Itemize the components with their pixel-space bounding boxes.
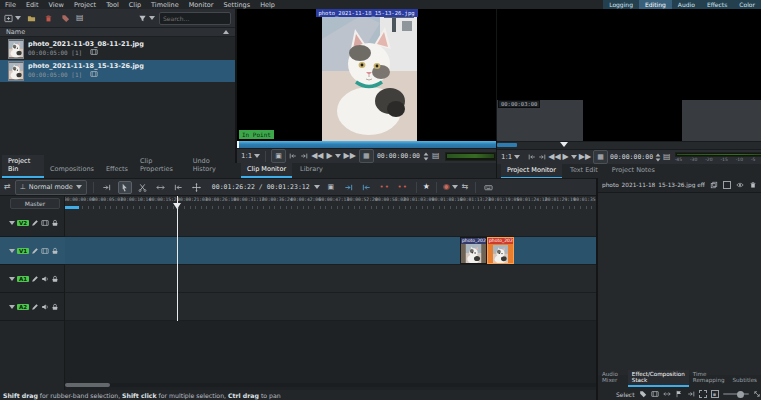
timecode-spinner[interactable]: [423, 152, 429, 161]
menu-file[interactable]: File: [0, 1, 21, 9]
mixer-icon[interactable]: ⇆: [462, 183, 469, 191]
workspace-color[interactable]: Color: [733, 0, 761, 9]
tab-project-bin[interactable]: Project Bin: [2, 155, 44, 178]
track-header-a2[interactable]: A2: [0, 293, 65, 321]
tab-text-edit[interactable]: Text Edit: [564, 164, 604, 179]
filter-button[interactable]: [138, 12, 155, 24]
master-track-button[interactable]: Master: [10, 198, 60, 209]
forward-button[interactable]: ▶▶: [579, 153, 591, 161]
track-header-v2[interactable]: V2: [0, 209, 65, 237]
go-to-zone-start-icon[interactable]: [289, 152, 297, 160]
keyboard-shortcuts-icon[interactable]: [482, 181, 496, 194]
insert-edit-button[interactable]: [342, 181, 356, 194]
workspace-logging[interactable]: Logging: [603, 0, 639, 9]
bin-clip-row-selected[interactable]: photo_2021-11-18_15-13-26.jpg 00:00:05:0…: [0, 60, 235, 82]
timecode-dropdown-icon[interactable]: [314, 185, 320, 189]
tag-filter-icon[interactable]: [639, 390, 647, 398]
lock-icon[interactable]: [51, 219, 59, 227]
go-to-zone-end-icon[interactable]: [538, 153, 546, 161]
track-lane-v2[interactable]: [65, 209, 596, 237]
menu-monitor[interactable]: Monitor: [184, 1, 219, 9]
tab-clip-properties[interactable]: Clip Properties: [134, 155, 187, 178]
show-effect-icon[interactable]: [736, 181, 744, 189]
rewind-button[interactable]: ◀◀: [311, 152, 323, 160]
extract-zone-button[interactable]: ••: [378, 181, 392, 194]
lock-icon[interactable]: [51, 247, 59, 255]
zone-mode-button[interactable]: ▣: [271, 149, 286, 163]
zoom-to-project-icon[interactable]: [699, 390, 707, 398]
forward-button[interactable]: ▶▶: [344, 152, 356, 160]
video-track-icon[interactable]: [41, 219, 49, 227]
tags-button[interactable]: [59, 12, 72, 24]
video-thumbnails-toggle-icon[interactable]: [651, 390, 659, 398]
track-effects-icon[interactable]: [31, 247, 39, 255]
menu-clip[interactable]: Clip: [124, 1, 146, 9]
fit-zoom-icon[interactable]: ▪: [711, 390, 719, 398]
menu-edit[interactable]: Edit: [21, 1, 44, 9]
timeline-horizontal-scrollbar[interactable]: [65, 383, 596, 387]
tab-library[interactable]: Library: [294, 163, 329, 178]
bin-column-header[interactable]: Name: [0, 27, 235, 37]
monitor-menu-icon[interactable]: ▤: [432, 152, 440, 160]
workspace-effects[interactable]: Effects: [701, 0, 733, 9]
workspace-editing[interactable]: Editing: [639, 0, 672, 9]
collapse-track-icon[interactable]: [9, 221, 15, 225]
snap-toggle-icon[interactable]: [687, 390, 695, 398]
lock-icon[interactable]: [51, 275, 59, 283]
clip-monitor-video[interactable]: photo_2021-11-18_15-13-26.jpg In Point: [237, 9, 496, 141]
favorite-effects-icon[interactable]: ★: [423, 183, 430, 191]
menu-tool[interactable]: Tool: [101, 1, 124, 9]
overwrite-edit-button[interactable]: [360, 181, 374, 194]
menu-view[interactable]: View: [43, 1, 68, 9]
multitrack-view-button[interactable]: ▦: [359, 149, 374, 163]
insert-zone-button[interactable]: ▣: [324, 181, 338, 194]
track-target-badge[interactable]: V1: [17, 248, 29, 254]
collapse-track-icon[interactable]: [9, 249, 15, 253]
track-header-a1[interactable]: A1: [0, 265, 65, 293]
project-monitor-timecode[interactable]: 00:00:00:00: [610, 153, 653, 161]
track-target-badge[interactable]: V2: [17, 220, 29, 226]
rewind-button[interactable]: ◀◀: [548, 153, 560, 161]
track-target-badge[interactable]: A1: [17, 276, 29, 282]
tab-effects[interactable]: Effects: [100, 163, 134, 178]
timeline-tracks-area[interactable]: photo_2021-11-03_08-11-21.jpg photo_2021…: [65, 209, 596, 321]
track-effects-icon[interactable]: [31, 303, 39, 311]
audio-track-icon[interactable]: [41, 303, 49, 311]
monitor-menu-icon[interactable]: ▤: [663, 153, 671, 161]
view-mode-icon[interactable]: ▤: [76, 14, 84, 22]
bin-clip-row[interactable]: photo_2021-11-03_08-11-21.jpg 00:00:05:0…: [0, 38, 235, 60]
delete-clip-button[interactable]: [42, 12, 55, 24]
collapse-track-icon[interactable]: [9, 305, 15, 309]
seek-playhead[interactable]: [237, 141, 239, 148]
multitrack-view-button[interactable]: ▦: [593, 150, 608, 164]
audio-track-icon[interactable]: [41, 275, 49, 283]
timeline-ruler[interactable]: 00:00:00:0000:00:05:0700:00:10:1400:00:1…: [65, 196, 596, 210]
razor-tool-button[interactable]: [136, 181, 150, 194]
go-to-zone-start-icon[interactable]: [528, 153, 536, 161]
track-target-badge[interactable]: A2: [17, 304, 29, 310]
compare-effect-icon[interactable]: [723, 181, 731, 189]
track-effects-icon[interactable]: [31, 275, 39, 283]
track-lane-a1[interactable]: [65, 265, 596, 293]
zoom-slider-handle[interactable]: [737, 391, 744, 398]
timecode-spinner[interactable]: [655, 153, 661, 162]
project-monitor-video[interactable]: 00:00:03:00: [497, 9, 761, 141]
play-button[interactable]: ▶: [563, 153, 577, 161]
clip-monitor-timecode[interactable]: 00:00:00:00: [377, 152, 420, 160]
spacer-tool-button[interactable]: [154, 181, 168, 194]
selection-tool-button[interactable]: [118, 181, 132, 194]
project-monitor-seekbar[interactable]: [497, 141, 761, 149]
delete-effect-icon[interactable]: [749, 181, 757, 189]
track-lane-a2[interactable]: [65, 293, 596, 321]
zoom-fit-icon[interactable]: [751, 388, 761, 399]
timeline-position-duration[interactable]: 00:01:26:22 / 00:01:23:12: [212, 183, 310, 191]
lift-zone-button[interactable]: ••: [396, 181, 410, 194]
zoom-select[interactable]: 1:1: [241, 152, 260, 160]
track-lane-v1[interactable]: photo_2021-11-03_08-11-21.jpg photo_2021…: [65, 237, 596, 265]
track-header-v1[interactable]: V1: [0, 237, 65, 265]
play-button[interactable]: ▶: [326, 152, 340, 160]
workspace-audio[interactable]: Audio: [672, 0, 701, 9]
tab-time-remapping[interactable]: Time Remapping: [689, 370, 729, 387]
mix-clips-button[interactable]: [100, 181, 114, 194]
tab-effect-composition-stack[interactable]: Effect/Composition Stack: [628, 370, 689, 387]
